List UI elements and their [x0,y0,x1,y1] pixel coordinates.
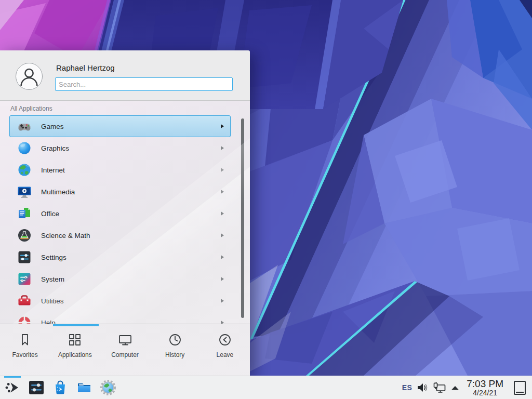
digital-clock[interactable]: 7:03 PM 4/24/21 [467,379,503,397]
category-label: Help [41,319,221,324]
category-label: Settings [41,254,221,261]
launcher-tab-bar: Favorites Applications Computer [0,324,250,376]
sphere-icon [17,141,32,155]
user-avatar-icon [16,63,43,90]
web-browser-button[interactable] [100,379,116,396]
chevron-right-icon [221,233,224,237]
system-tray: ES 7:03 PM 4/24/21 [402,379,526,397]
chevron-right-icon [221,124,224,128]
sliders-icon [17,250,32,264]
category-label: Science & Math [41,232,221,240]
konqueror-globe-gear-icon [100,379,116,396]
tab-label: History [165,351,184,358]
discover-button[interactable] [52,379,69,396]
category-item-graphics[interactable]: Graphics [9,137,231,159]
tab-applications[interactable]: Applications [50,324,100,376]
active-tab-indicator [53,324,99,326]
tab-label: Applications [58,351,92,358]
tab-label: Favorites [12,351,37,358]
category-item-office[interactable]: Office [9,203,231,224]
category-item-multimedia[interactable]: Multimedia [9,181,231,203]
category-item-utilities[interactable]: Utilities [9,290,231,312]
flask-icon [17,228,32,243]
tab-history[interactable]: History [150,324,200,376]
leave-icon [217,332,233,348]
tab-favorites[interactable]: Favorites [0,324,50,376]
file-manager-button[interactable] [76,379,92,396]
category-list: All Applications Games [0,101,250,324]
tab-computer[interactable]: Computer [100,324,150,376]
section-label: All Applications [10,105,52,112]
gamepad-icon [17,119,32,134]
chevron-right-icon [221,168,224,172]
chevron-right-icon [221,255,224,259]
dolphin-folder-icon [76,379,92,396]
kickoff-launcher-icon [4,379,21,396]
user-name: Raphael Hertzog [56,63,233,72]
chevron-right-icon [221,190,224,194]
category-item-science-math[interactable]: Science & Math [9,224,231,246]
clock-icon [167,332,183,348]
category-item-system[interactable]: System [9,268,231,290]
category-item-internet[interactable]: Internet [9,159,231,181]
tab-label: Computer [111,351,139,358]
desktop: Raphael Hertzog All Applications Games [0,0,532,399]
category-label: Games [41,123,221,130]
category-label: Graphics [41,144,221,152]
discover-icon [52,379,69,396]
bookmark-icon [17,332,33,348]
volume-icon[interactable] [417,382,428,393]
clock-date: 4/24/21 [467,389,503,397]
category-label: Internet [41,166,221,174]
system-settings-icon [28,379,45,396]
category-item-help[interactable]: Help [9,312,231,324]
category-item-games[interactable]: Games [9,115,231,137]
category-item-settings[interactable]: Settings [9,246,231,268]
category-label: System [41,275,221,283]
network-icon[interactable] [433,381,446,394]
taskbar-panel: ES 7:03 PM 4/24/21 [0,376,532,399]
category-label: Utilities [41,297,221,305]
search-input[interactable] [55,77,233,91]
launcher-header: Raphael Hertzog [0,50,250,101]
list-scrollbar[interactable] [241,118,244,318]
chevron-right-icon [221,299,224,303]
monitor-play-icon [17,184,32,199]
lifesaver-icon [17,315,32,324]
chevron-right-icon [221,211,224,216]
computer-icon [117,332,133,348]
chevron-right-icon [221,277,224,281]
keyboard-layout-indicator[interactable]: ES [402,383,412,392]
kickoff-launcher-button[interactable] [4,379,21,396]
documents-icon [17,206,32,221]
grid-icon [67,332,83,348]
application-launcher-menu: Raphael Hertzog All Applications Games [0,50,250,376]
clock-time: 7:03 PM [467,379,503,389]
category-label: Office [41,210,221,218]
globe-icon [17,163,32,177]
expand-arrow-icon[interactable] [451,384,459,391]
system-settings-button[interactable] [28,379,45,396]
chevron-right-icon [221,146,224,150]
tab-leave[interactable]: Leave [200,324,250,376]
tab-label: Leave [217,351,234,358]
toolbox-icon [17,294,32,308]
show-desktop-button[interactable] [514,381,526,395]
category-label: Multimedia [41,188,221,196]
system-sliders-icon [17,272,32,286]
